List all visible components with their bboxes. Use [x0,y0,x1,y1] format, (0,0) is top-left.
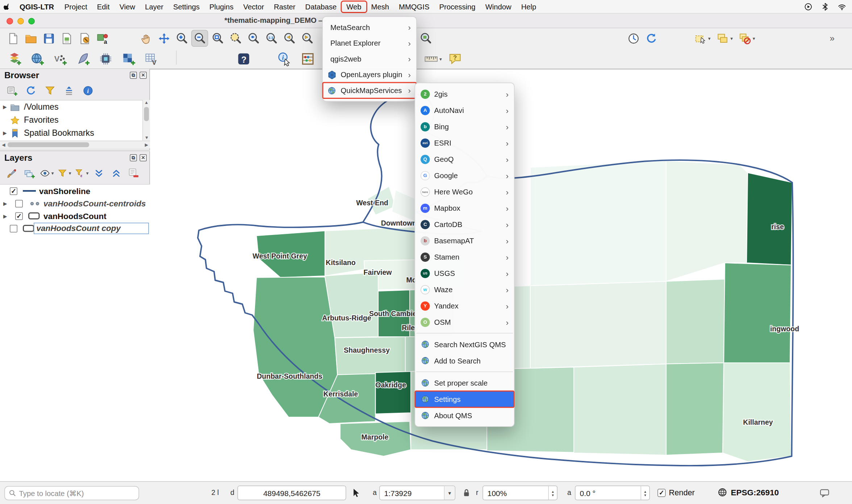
zoom-in-button[interactable] [174,30,191,47]
zoom-window-button[interactable] [28,18,35,25]
pan-to-selection-button[interactable] [155,30,172,47]
locator-search-input[interactable]: Type to locate (⌘K) [4,486,139,500]
menubar-item-processing[interactable]: Processing [434,1,480,12]
qms-provider-mapbox[interactable]: mMapbox› [415,200,514,216]
web-menu-item-planet-explorer[interactable]: Planet Explorer› [323,35,416,51]
bluetooth-icon[interactable] [820,2,830,12]
map-tips-button[interactable]: ? [445,51,465,68]
browser-item-volumes[interactable]: ▶/Volumes [0,101,142,114]
web-menu-item-metasearch[interactable]: MetaSearch› [323,20,416,35]
magnifier-spin-buttons[interactable]: ▴▾ [548,486,557,500]
expand-arrow-icon[interactable]: ▶ [3,213,7,219]
layer-visibility-checkbox[interactable] [10,224,17,232]
qms-provider-2gis[interactable]: 22gis› [415,86,514,102]
minimize-window-button[interactable] [17,18,24,25]
new-shapefile-layer-button[interactable]: V [50,51,70,68]
collapse-all-button[interactable] [109,166,124,180]
new-geopackage-layer-button[interactable] [73,51,93,68]
magnifier-spinbox[interactable]: 100% ▴▾ [483,486,557,500]
identify-features-button[interactable]: i [275,51,295,68]
open-layer-styling-button[interactable] [5,166,19,180]
menubar-item-vector[interactable]: Vector [238,1,269,12]
open-project-button[interactable] [22,30,39,47]
menubar-item-raster[interactable]: Raster [269,1,300,12]
layers-close-button[interactable]: ✕ [140,154,147,161]
qms-provider-esri[interactable]: esriESRI› [415,135,514,151]
scale-combobox[interactable]: 1:73929 ▾ [379,486,455,500]
menubar-item-database[interactable]: Database [300,1,342,12]
add-wms-layer-button[interactable] [27,51,47,68]
layer-row-vanhoodscount[interactable]: ▶✓vanHoodsCount [0,210,150,222]
qms-action-settings[interactable]: Settings [415,391,514,407]
menubar-item-layer[interactable]: Layer [140,1,168,12]
help-contents-button[interactable]: ? [234,51,254,68]
menubar-item-window[interactable]: Window [480,1,516,12]
qms-action-add-to-search[interactable]: Add to Search [415,353,514,369]
dropdown-caret-icon[interactable]: ▾ [730,35,733,41]
qms-provider-cartodb[interactable]: CCartoDB› [415,216,514,232]
menubar-item-settings[interactable]: Settings [168,1,204,12]
browser-horizontal-scrollbar[interactable]: ◀▶ [0,141,150,148]
save-project-button[interactable] [40,30,57,47]
expand-arrow-icon[interactable]: ▶ [3,201,7,206]
zoom-last-button[interactable] [281,30,298,47]
expand-all-button[interactable] [92,166,106,180]
menubar-app-name[interactable]: QGIS-LTR [14,3,59,11]
web-menu-item-qgis2web[interactable]: qgis2web› [323,51,416,67]
menubar-item-help[interactable]: Help [516,1,541,12]
style-manager-button[interactable]: a [94,30,111,47]
browser-vertical-scrollbar[interactable]: ▲▼ [142,100,150,141]
coordinate-field[interactable]: 489498,5462675 [238,486,346,500]
dropdown-caret-icon[interactable]: ▾ [69,171,71,176]
browser-item-favorites[interactable]: Favorites [0,114,142,127]
extents-pointer-icon[interactable] [351,488,362,498]
browser-add-layer-button[interactable] [5,84,19,98]
qms-provider-google[interactable]: GGoogle› [415,167,514,184]
lock-scale-icon[interactable] [462,488,472,498]
show-layout-manager-button[interactable] [76,30,93,47]
layer-row-vanhoodscount-copy[interactable]: vanHoodsCount copy [0,222,150,235]
add-mesh-layer-button[interactable] [96,51,116,68]
new-print-layout-button[interactable] [58,30,75,47]
zoom-out-button[interactable] [191,30,208,47]
qms-action-about-qms[interactable]: About QMS [415,407,514,424]
layer-rename-input[interactable]: vanHoodsCount copy [34,223,149,234]
qms-provider-here-wego[interactable]: hereHere WeGo› [415,184,514,200]
select-features-by-value-button[interactable]: ▾ [716,30,733,47]
remove-layer-button[interactable] [127,166,141,180]
messages-icon[interactable] [819,488,830,498]
add-group-button[interactable] [22,166,37,180]
qms-provider-bing[interactable]: bBing› [415,118,514,135]
qms-action-set-proper-scale[interactable]: Set proper scale [415,375,514,391]
layer-row-vanshoreline[interactable]: ✓vanShoreline [0,185,150,197]
add-raster-layer-button[interactable] [118,51,139,68]
zoom-next-button[interactable] [299,30,316,47]
web-menu-item-openlayers-plugin[interactable]: OpenLayers plugin› [323,67,416,83]
browser-refresh-button[interactable] [24,84,38,98]
dropdown-caret-icon[interactable]: ▾ [439,56,442,62]
layer-visibility-checkbox[interactable]: ✓ [10,187,17,195]
qms-provider-geoq[interactable]: QGeoQ› [415,151,514,167]
rotation-spinbox[interactable]: 0.0 ° ▴▾ [575,486,650,500]
new-virtual-layer-button[interactable]: V [141,51,162,68]
select-features-button[interactable]: ▾ [694,30,711,47]
qms-provider-usgs[interactable]: USUSGS› [415,265,514,281]
rotation-spin-buttons[interactable]: ▴▾ [641,486,650,500]
qms-provider-waze[interactable]: wWaze› [415,281,514,298]
zoom-full-button[interactable] [209,30,226,47]
browser-filter-button[interactable] [43,84,57,98]
menubar-item-edit[interactable]: Edit [92,1,114,12]
new-map-view-button[interactable] [417,30,434,47]
browser-collapse-all-button[interactable] [62,84,76,98]
qms-provider-basemapat[interactable]: bBasemapAT› [415,232,514,249]
render-checkbox[interactable]: ✓ Render [657,488,695,497]
manage-map-themes-button[interactable]: ▾ [40,166,54,180]
deselect-features-button[interactable]: ▾ [739,30,756,47]
dropdown-caret-icon[interactable]: ▾ [86,171,89,176]
dropdown-caret-icon[interactable]: ▾ [51,171,54,176]
filter-by-expression-button[interactable]: ε▾ [75,166,89,180]
data-source-manager-button[interactable] [4,51,25,68]
browser-item-spatial-bookmarks[interactable]: ▶Spatial Bookmarks [0,127,142,140]
render-checkbox-box[interactable]: ✓ [657,488,666,497]
menubar-item-project[interactable]: Project [59,1,92,12]
